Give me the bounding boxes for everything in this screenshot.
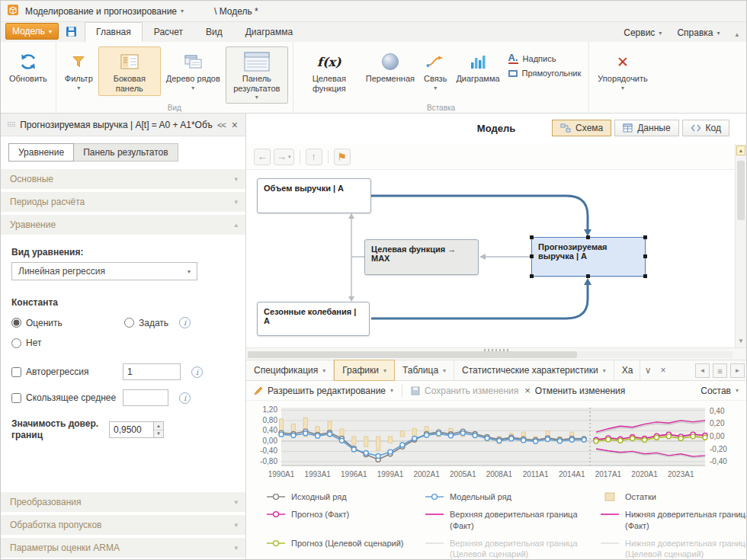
resize-handle[interactable] — [643, 274, 647, 278]
info-icon[interactable]: i — [179, 392, 191, 404]
resize-handle[interactable] — [530, 235, 534, 239]
resize-handle[interactable] — [586, 274, 590, 278]
legend-item[interactable]: Верхняя доверительная граница (Целевой с… — [425, 538, 594, 560]
target-function-button[interactable]: f(x) Целевая функция — [298, 46, 361, 96]
resize-handle[interactable] — [530, 274, 534, 278]
radio-set[interactable]: Задать — [124, 318, 168, 328]
moving-average-input[interactable] — [123, 389, 168, 406]
info-icon[interactable]: i — [179, 317, 191, 328]
side-panel-header: ⠿⠿ Прогнозируемая выручка | A[t] = A0 + … — [1, 114, 245, 136]
chevron-down-icon: ▾ — [191, 85, 194, 91]
section-missing-data[interactable]: Обработка пропусков▾ — [1, 515, 245, 535]
scroll-down-button[interactable]: ▼ — [736, 336, 745, 346]
refresh-button[interactable]: Обновить — [5, 46, 51, 87]
node-target-function[interactable]: Целевая функция → MAX — [364, 239, 479, 275]
composition-button[interactable]: Состав ▾ — [701, 386, 739, 396]
ribbon-tab-calculation[interactable]: Расчет — [143, 22, 194, 42]
collapse-ribbon-icon[interactable]: ▴ — [727, 27, 746, 42]
equation-kind-select[interactable]: Линейная регрессия ▾ — [11, 262, 197, 280]
horizontal-splitter[interactable] — [246, 347, 746, 360]
legend-item[interactable]: Верхняя доверительная граница (Факт) — [425, 509, 594, 531]
resize-handle[interactable] — [586, 235, 590, 239]
model-menu-button[interactable]: Модель ▾ — [5, 23, 59, 40]
node-revenue[interactable]: Объем выручки | A — [257, 178, 371, 213]
section-arma[interactable]: Параметры оценки ARMA▾ — [1, 538, 245, 558]
section-transformations[interactable]: Преобразования▾ — [1, 492, 245, 512]
side-panel-button[interactable]: Боковая панель — [98, 46, 161, 96]
node-seasonal[interactable]: Сезонные колебания | A — [257, 302, 370, 336]
cancel-changes-button[interactable]: × Отменить изменения — [524, 385, 625, 396]
legend-item[interactable]: Остатки — [600, 491, 747, 502]
radio-none[interactable]: Нет — [11, 338, 41, 348]
label-button[interactable]: A. Надпись — [508, 53, 582, 64]
legend-item[interactable]: Нижняя доверительная граница (Целевой сц… — [600, 538, 747, 560]
insert-chart-button[interactable]: Диаграмма — [452, 46, 503, 87]
variable-button[interactable]: Переменная — [362, 46, 418, 87]
link-button[interactable]: Связь ▾ — [420, 46, 450, 94]
legend-item[interactable]: Нижняя доверительная граница (Факт) — [600, 509, 747, 531]
enable-editing-button[interactable]: Разрешить редактирование ▾ — [254, 386, 393, 396]
legend-item[interactable]: Модельный ряд — [425, 491, 594, 502]
scroll-tabs-left-button[interactable]: ◄ — [695, 363, 710, 378]
diagram-canvas[interactable]: Объем выручки | A Целевая функция → MAX … — [246, 170, 736, 347]
up-level-button[interactable]: ↑ — [306, 149, 322, 165]
service-menu[interactable]: Сервис▾ — [616, 24, 669, 42]
autoregression-checkbox[interactable]: Авторегрессия — [11, 366, 123, 377]
close-panel-button[interactable]: × — [656, 360, 670, 380]
drag-grip-icon[interactable]: ⠿⠿ — [7, 121, 15, 129]
vertical-scrollbar[interactable]: ▲ ▼ — [735, 144, 746, 347]
back-button[interactable]: ← — [254, 149, 271, 165]
spin-up-icon[interactable]: ▲ — [154, 422, 163, 430]
results-panel-button[interactable]: Панель результатов ▾ — [226, 46, 288, 104]
moving-average-checkbox[interactable]: Скользящее среднее — [11, 392, 123, 403]
app-menu-button[interactable]: Моделирование и прогнозирование ▾ — [25, 6, 184, 17]
vertical-scrollbar-thumb[interactable] — [737, 161, 745, 220]
section-equation[interactable]: Уравнение▴ — [1, 215, 245, 235]
resize-handle[interactable] — [530, 254, 534, 258]
ribbon-tab-view[interactable]: Вид — [194, 22, 234, 42]
tab-table[interactable]: Таблица▾ — [395, 360, 454, 380]
tab-charts[interactable]: Графики▾ — [334, 360, 395, 381]
arrange-button[interactable]: ✕ Упорядочить ▾ — [594, 46, 651, 94]
resize-handle[interactable] — [643, 235, 647, 239]
scroll-locate-button[interactable]: ▲ — [736, 146, 745, 155]
save-changes-button[interactable]: Сохранить изменения — [411, 386, 518, 396]
view-code-button[interactable]: Код — [682, 120, 729, 136]
close-icon[interactable]: × — [230, 119, 239, 131]
resize-handle[interactable] — [643, 254, 647, 258]
collapse-panel-button[interactable]: << — [217, 120, 226, 130]
save-button[interactable] — [62, 24, 80, 40]
ribbon-tab-home[interactable]: Главная — [85, 22, 143, 42]
spin-down-icon[interactable]: ▼ — [154, 430, 163, 438]
tab-specification[interactable]: Спецификация▾ — [246, 360, 334, 380]
help-menu[interactable]: Справка▾ — [669, 24, 727, 42]
view-data-button[interactable]: Данные — [614, 120, 678, 136]
section-calc-periods[interactable]: Периоды расчёта▾ — [1, 192, 245, 212]
info-icon[interactable]: i — [191, 366, 203, 378]
horizontal-scrollbar[interactable] — [248, 351, 733, 358]
legend-item[interactable]: Прогноз (Факт) — [266, 509, 418, 531]
tab-statistics[interactable]: Статистические характеристики▾ — [454, 360, 614, 380]
section-main[interactable]: Основные▾ — [1, 169, 245, 189]
series-tree-button[interactable]: Дерево рядов ▾ — [162, 46, 224, 94]
tab-list-button[interactable]: ≡ — [713, 363, 727, 378]
rectangle-button[interactable]: Прямоугольник — [508, 69, 582, 78]
scroll-tabs-right-button[interactable]: ► — [730, 363, 745, 378]
significance-input[interactable] — [109, 421, 153, 438]
floppy-icon — [66, 26, 77, 37]
filter-button[interactable]: Фильтр ▾ — [61, 46, 97, 94]
tab-results-panel[interactable]: Панель результатов — [73, 143, 178, 162]
horizontal-scrollbar-thumb[interactable] — [248, 351, 577, 358]
tab-equation[interactable]: Уравнение — [8, 143, 74, 162]
more-tabs-icon[interactable]: ∨ — [640, 360, 656, 380]
ribbon-tab-chart[interactable]: Диаграмма — [234, 22, 304, 42]
forward-button[interactable]: →▾ — [274, 149, 294, 165]
tab-truncated[interactable]: Ха — [614, 360, 640, 380]
autoregression-input[interactable] — [123, 363, 181, 380]
view-scheme-button[interactable]: Схема — [552, 120, 611, 136]
radio-estimate[interactable]: Оценить — [11, 318, 124, 328]
legend-item[interactable]: Исходный ряд — [266, 491, 418, 502]
legend-item[interactable]: Прогноз (Целевой сценарий) — [266, 538, 418, 560]
flag-filter-button[interactable]: ⚑ — [334, 149, 351, 165]
node-forecast[interactable]: Прогнозируемая выручка | A — [531, 237, 646, 277]
